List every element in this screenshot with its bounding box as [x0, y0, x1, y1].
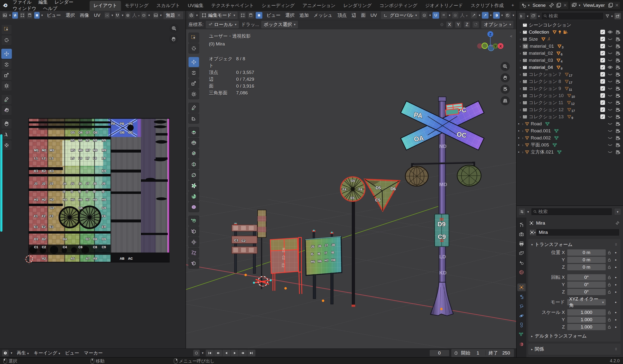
properties-display-icon[interactable]: [519, 208, 525, 215]
vp-tool-cursor[interactable]: [188, 43, 199, 54]
blender-logo-icon[interactable]: [2, 2, 8, 8]
mirror-z-button[interactable]: Z: [464, 21, 470, 28]
value-field[interactable]: 1.000: [567, 309, 606, 316]
image-name-field[interactable]: 無題 ✕: [163, 11, 184, 20]
outliner-filter-images-icon[interactable]: [530, 13, 537, 20]
vp-tool-measure[interactable]: [188, 113, 199, 124]
next-keyframe-button[interactable]: [239, 350, 247, 356]
exclude-checkbox[interactable]: ✓: [600, 100, 605, 105]
vp-menu-7[interactable]: UV: [368, 12, 379, 19]
viewlayer-selector[interactable]: ▾ ViewLayer ✕: [570, 1, 621, 9]
proportional-edit-icon[interactable]: [452, 12, 459, 19]
falloff-dropdown[interactable]: 人 ▾: [460, 12, 468, 19]
vp-camera-view-button[interactable]: [501, 85, 510, 94]
vp-tool-shrink[interactable]: [188, 237, 199, 247]
lock-icon[interactable]: [606, 258, 613, 262]
mirror-y-button[interactable]: Y: [455, 21, 462, 28]
eye-closed-icon[interactable]: [607, 51, 613, 55]
exclude-checkbox[interactable]: ✓: [600, 72, 605, 77]
outliner-row-コレクション 7[interactable]: ›コレクション 717✓: [517, 71, 623, 78]
timeline-menu-3[interactable]: マーカー: [82, 350, 105, 356]
lock-icon[interactable]: [606, 318, 613, 322]
outliner-row-コレクション 9[interactable]: ›コレクション 911✓: [517, 85, 623, 92]
collapse-panel-arrow[interactable]: <: [510, 34, 512, 38]
gizmo-y-front-ball[interactable]: [482, 43, 488, 49]
eye-closed-icon[interactable]: [607, 115, 613, 119]
vp-menu-4[interactable]: 頂点: [335, 12, 349, 19]
transform-orientation[interactable]: グローバル▾: [381, 11, 420, 20]
lock-icon[interactable]: [606, 290, 613, 294]
expand-arrow[interactable]: ›: [518, 58, 522, 62]
uv-menu-2[interactable]: 画像: [77, 12, 91, 19]
timeline-editor-icon[interactable]: [2, 350, 9, 356]
properties-tab-physics[interactable]: [517, 312, 526, 320]
shading-material-icon[interactable]: [493, 12, 500, 19]
new-viewlayer-icon[interactable]: [608, 2, 614, 8]
select-mode-face-button[interactable]: [256, 12, 263, 19]
select-mode-edge-button[interactable]: [248, 12, 254, 19]
expand-arrow[interactable]: ›: [520, 122, 525, 126]
vp-tool-loopcut[interactable]: [188, 159, 199, 169]
workspace-tab-6[interactable]: シェーディング: [258, 1, 299, 11]
render-visibility-icon[interactable]: [615, 108, 621, 112]
expand-arrow[interactable]: ›: [520, 143, 525, 147]
add-workspace-button[interactable]: +: [509, 1, 517, 10]
animate-dot[interactable]: ●: [613, 258, 618, 261]
uv-select-face-button[interactable]: [34, 12, 40, 19]
timeline-menu-1[interactable]: キーイング ▾: [31, 350, 63, 356]
eye-closed-icon[interactable]: [607, 143, 613, 147]
timeline-menu-0[interactable]: 再生 ▾: [14, 350, 31, 356]
exclude-checkbox[interactable]: ✓: [600, 114, 605, 119]
expand-arrow[interactable]: ›: [518, 44, 522, 48]
filter-funnel-icon[interactable]: [605, 14, 610, 18]
pivot-icon[interactable]: [104, 12, 110, 19]
exclude-checkbox[interactable]: ✓: [600, 93, 605, 98]
properties-tab-scene[interactable]: [517, 259, 526, 267]
render-visibility-icon[interactable]: [615, 44, 621, 48]
eye-closed-icon[interactable]: [607, 136, 613, 140]
workspace-tab-9[interactable]: コンポジティング: [376, 1, 422, 11]
editor-type-3d-icon[interactable]: [188, 12, 195, 19]
vp-menu-2[interactable]: 追加: [297, 12, 311, 19]
eye-closed-icon[interactable]: [607, 58, 613, 62]
outliner-row-Road.001[interactable]: •›Road.001: [517, 127, 623, 134]
vp-tool-extrude[interactable]: [188, 127, 199, 137]
properties-tab-modifier[interactable]: [517, 293, 526, 301]
outliner-row-コレクション 12[interactable]: ›コレクション 1217✓: [517, 106, 623, 113]
new-scene-icon[interactable]: [556, 2, 562, 8]
transform-panel-header[interactable]: ▾ トランスフォーム ⠿: [528, 240, 621, 249]
render-visibility-icon[interactable]: [615, 51, 621, 55]
vp-pan-hand-button[interactable]: [501, 73, 510, 83]
vp-tool-shear[interactable]: [188, 248, 199, 258]
mirror-x-button[interactable]: X: [446, 21, 453, 28]
vp-tool-addcube[interactable]: [188, 215, 199, 226]
uv-menu-0[interactable]: ビュー: [44, 12, 63, 19]
new-collection-button[interactable]: [614, 13, 621, 20]
animate-dot[interactable]: ●: [613, 283, 618, 286]
vp-zoom-button[interactable]: [501, 62, 510, 71]
lock-icon[interactable]: [606, 282, 613, 287]
close-icon[interactable]: ✕: [177, 12, 181, 18]
value-field[interactable]: 0°: [567, 274, 606, 280]
properties-tab-particles[interactable]: [517, 302, 526, 310]
properties-tab-data[interactable]: [517, 331, 526, 339]
falloff-dropdown[interactable]: 人 ▾: [132, 12, 140, 19]
uv-menu-3[interactable]: UV: [91, 12, 103, 19]
outliner-row-立方体.021[interactable]: •›立方体.021: [517, 149, 623, 155]
eye-closed-icon[interactable]: [607, 80, 613, 83]
value-field[interactable]: 0 m: [567, 249, 606, 256]
lock-icon[interactable]: [606, 325, 613, 329]
expand-arrow[interactable]: ›: [520, 150, 525, 154]
expand-arrow[interactable]: ›: [518, 65, 522, 69]
properties-tab-world[interactable]: [517, 268, 526, 276]
value-field[interactable]: 0 m: [567, 257, 606, 263]
snap-mode-icon[interactable]: [441, 12, 447, 19]
uv-zoom-button[interactable]: [169, 24, 179, 33]
vp-tool-knife[interactable]: [188, 170, 199, 180]
panel-grip-icon[interactable]: ⠿: [615, 243, 618, 246]
vp-menu-0[interactable]: ビュー: [264, 12, 283, 19]
outliner-row-Size[interactable]: ›Size✓: [517, 36, 623, 43]
animate-dot[interactable]: ●: [613, 265, 618, 269]
render-visibility-icon[interactable]: [615, 37, 621, 41]
snap-base-icon[interactable]: [472, 21, 479, 28]
